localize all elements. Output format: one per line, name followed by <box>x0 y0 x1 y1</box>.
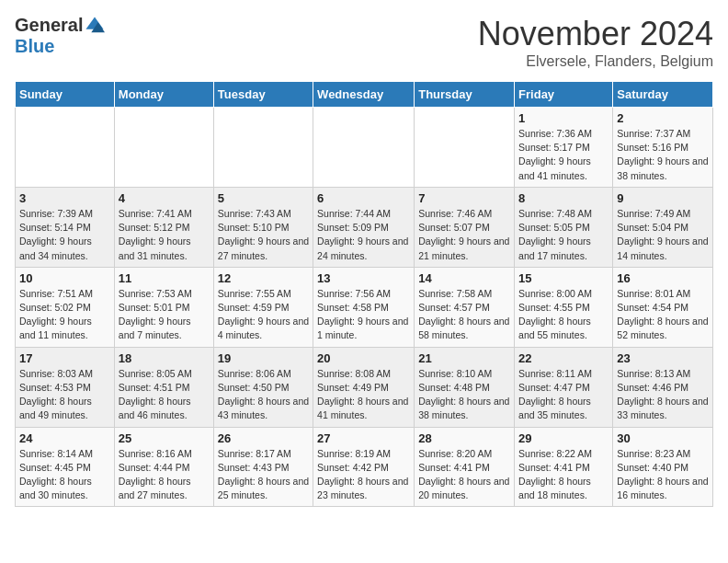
calendar-cell: 27Sunrise: 8:19 AM Sunset: 4:42 PM Dayli… <box>313 427 415 507</box>
day-info: Sunrise: 7:49 AM Sunset: 5:04 PM Dayligh… <box>617 207 709 263</box>
day-number: 16 <box>617 271 709 285</box>
day-number: 28 <box>418 431 510 445</box>
day-info: Sunrise: 8:13 AM Sunset: 4:46 PM Dayligh… <box>617 367 709 423</box>
calendar-cell: 20Sunrise: 8:08 AM Sunset: 4:49 PM Dayli… <box>313 347 415 427</box>
weekday-header-friday: Friday <box>515 82 613 108</box>
day-number: 13 <box>317 271 410 285</box>
calendar-cell: 19Sunrise: 8:06 AM Sunset: 4:50 PM Dayli… <box>213 347 313 427</box>
week-row-1: 1Sunrise: 7:36 AM Sunset: 5:17 PM Daylig… <box>16 108 713 188</box>
calendar-cell: 15Sunrise: 8:00 AM Sunset: 4:55 PM Dayli… <box>515 267 613 347</box>
day-number: 21 <box>418 351 510 365</box>
day-number: 14 <box>418 271 510 285</box>
calendar-cell: 29Sunrise: 8:22 AM Sunset: 4:41 PM Dayli… <box>515 427 613 507</box>
day-number: 15 <box>518 271 609 285</box>
logo: General Blue <box>15 15 105 57</box>
day-number: 24 <box>19 431 110 445</box>
calendar-cell: 30Sunrise: 8:23 AM Sunset: 4:40 PM Dayli… <box>613 427 713 507</box>
day-info: Sunrise: 8:17 AM Sunset: 4:43 PM Dayligh… <box>218 447 309 503</box>
day-info: Sunrise: 8:22 AM Sunset: 4:41 PM Dayligh… <box>518 447 609 503</box>
calendar-cell: 14Sunrise: 7:58 AM Sunset: 4:57 PM Dayli… <box>415 267 515 347</box>
month-title: November 2024 <box>478 15 713 53</box>
day-number: 22 <box>518 351 609 365</box>
location-subtitle: Elversele, Flanders, Belgium <box>478 53 713 70</box>
day-info: Sunrise: 8:08 AM Sunset: 4:49 PM Dayligh… <box>317 367 410 423</box>
page-header: General Blue November 2024 Elversele, Fl… <box>15 15 713 70</box>
day-info: Sunrise: 7:55 AM Sunset: 4:59 PM Dayligh… <box>218 287 309 343</box>
day-info: Sunrise: 7:56 AM Sunset: 4:58 PM Dayligh… <box>317 287 410 343</box>
day-number: 20 <box>317 351 410 365</box>
weekday-header-tuesday: Tuesday <box>213 82 313 108</box>
day-number: 10 <box>19 271 110 285</box>
calendar-cell: 24Sunrise: 8:14 AM Sunset: 4:45 PM Dayli… <box>16 427 115 507</box>
day-info: Sunrise: 8:23 AM Sunset: 4:40 PM Dayligh… <box>617 447 709 503</box>
weekday-header-row: SundayMondayTuesdayWednesdayThursdayFrid… <box>16 82 713 108</box>
day-number: 26 <box>218 431 309 445</box>
day-info: Sunrise: 7:37 AM Sunset: 5:16 PM Dayligh… <box>617 127 709 183</box>
day-number: 11 <box>119 271 210 285</box>
calendar-cell: 1Sunrise: 7:36 AM Sunset: 5:17 PM Daylig… <box>515 108 613 188</box>
day-number: 1 <box>518 111 609 125</box>
calendar-cell: 13Sunrise: 7:56 AM Sunset: 4:58 PM Dayli… <box>313 267 415 347</box>
day-number: 17 <box>19 351 110 365</box>
weekday-header-wednesday: Wednesday <box>313 82 415 108</box>
day-number: 6 <box>317 191 410 205</box>
calendar-cell: 22Sunrise: 8:11 AM Sunset: 4:47 PM Dayli… <box>515 347 613 427</box>
weekday-header-thursday: Thursday <box>415 82 515 108</box>
calendar-cell <box>16 108 115 188</box>
calendar-cell: 16Sunrise: 8:01 AM Sunset: 4:54 PM Dayli… <box>613 267 713 347</box>
calendar-cell: 7Sunrise: 7:46 AM Sunset: 5:07 PM Daylig… <box>415 187 515 267</box>
week-row-5: 24Sunrise: 8:14 AM Sunset: 4:45 PM Dayli… <box>16 427 713 507</box>
day-number: 4 <box>119 191 210 205</box>
calendar-cell: 21Sunrise: 8:10 AM Sunset: 4:48 PM Dayli… <box>415 347 515 427</box>
calendar-cell: 9Sunrise: 7:49 AM Sunset: 5:04 PM Daylig… <box>613 187 713 267</box>
day-info: Sunrise: 8:00 AM Sunset: 4:55 PM Dayligh… <box>518 287 609 343</box>
weekday-header-sunday: Sunday <box>16 82 115 108</box>
calendar-table: SundayMondayTuesdayWednesdayThursdayFrid… <box>15 81 713 507</box>
day-number: 25 <box>119 431 210 445</box>
calendar-cell: 26Sunrise: 8:17 AM Sunset: 4:43 PM Dayli… <box>213 427 313 507</box>
calendar-cell: 4Sunrise: 7:41 AM Sunset: 5:12 PM Daylig… <box>114 187 213 267</box>
week-row-3: 10Sunrise: 7:51 AM Sunset: 5:02 PM Dayli… <box>16 267 713 347</box>
day-info: Sunrise: 7:43 AM Sunset: 5:10 PM Dayligh… <box>218 207 309 263</box>
day-number: 3 <box>19 191 110 205</box>
calendar-cell: 18Sunrise: 8:05 AM Sunset: 4:51 PM Dayli… <box>114 347 213 427</box>
calendar-cell: 17Sunrise: 8:03 AM Sunset: 4:53 PM Dayli… <box>16 347 115 427</box>
day-info: Sunrise: 7:44 AM Sunset: 5:09 PM Dayligh… <box>317 207 410 263</box>
logo-icon <box>85 16 105 36</box>
calendar-cell: 12Sunrise: 7:55 AM Sunset: 4:59 PM Dayli… <box>213 267 313 347</box>
day-info: Sunrise: 8:06 AM Sunset: 4:50 PM Dayligh… <box>218 367 309 423</box>
calendar-cell: 10Sunrise: 7:51 AM Sunset: 5:02 PM Dayli… <box>16 267 115 347</box>
day-info: Sunrise: 8:05 AM Sunset: 4:51 PM Dayligh… <box>119 367 210 423</box>
day-info: Sunrise: 7:51 AM Sunset: 5:02 PM Dayligh… <box>19 287 110 343</box>
day-info: Sunrise: 7:41 AM Sunset: 5:12 PM Dayligh… <box>119 207 210 263</box>
calendar-cell: 3Sunrise: 7:39 AM Sunset: 5:14 PM Daylig… <box>16 187 115 267</box>
calendar-cell: 8Sunrise: 7:48 AM Sunset: 5:05 PM Daylig… <box>515 187 613 267</box>
day-info: Sunrise: 7:36 AM Sunset: 5:17 PM Dayligh… <box>518 127 609 183</box>
day-info: Sunrise: 8:16 AM Sunset: 4:44 PM Dayligh… <box>119 447 210 503</box>
day-info: Sunrise: 8:14 AM Sunset: 4:45 PM Dayligh… <box>19 447 110 503</box>
day-number: 5 <box>218 191 309 205</box>
logo-blue-text: Blue <box>15 36 54 57</box>
day-number: 23 <box>617 351 709 365</box>
day-info: Sunrise: 8:20 AM Sunset: 4:41 PM Dayligh… <box>418 447 510 503</box>
weekday-header-monday: Monday <box>114 82 213 108</box>
calendar-cell: 5Sunrise: 7:43 AM Sunset: 5:10 PM Daylig… <box>213 187 313 267</box>
calendar-cell: 2Sunrise: 7:37 AM Sunset: 5:16 PM Daylig… <box>613 108 713 188</box>
calendar-cell <box>114 108 213 188</box>
day-info: Sunrise: 8:01 AM Sunset: 4:54 PM Dayligh… <box>617 287 709 343</box>
day-number: 7 <box>418 191 510 205</box>
day-number: 19 <box>218 351 309 365</box>
week-row-2: 3Sunrise: 7:39 AM Sunset: 5:14 PM Daylig… <box>16 187 713 267</box>
day-number: 18 <box>119 351 210 365</box>
day-number: 2 <box>617 111 709 125</box>
day-info: Sunrise: 7:48 AM Sunset: 5:05 PM Dayligh… <box>518 207 609 263</box>
day-info: Sunrise: 8:19 AM Sunset: 4:42 PM Dayligh… <box>317 447 410 503</box>
calendar-cell <box>313 108 415 188</box>
day-info: Sunrise: 7:46 AM Sunset: 5:07 PM Dayligh… <box>418 207 510 263</box>
calendar-cell: 11Sunrise: 7:53 AM Sunset: 5:01 PM Dayli… <box>114 267 213 347</box>
weekday-header-saturday: Saturday <box>613 82 713 108</box>
logo-general-text: General <box>15 15 83 36</box>
day-number: 29 <box>518 431 609 445</box>
day-number: 8 <box>518 191 609 205</box>
day-number: 12 <box>218 271 309 285</box>
